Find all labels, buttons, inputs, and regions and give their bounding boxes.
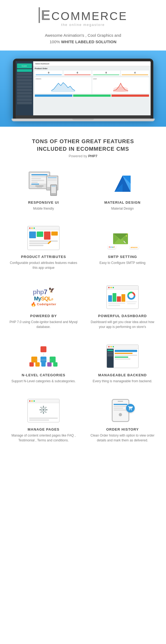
- bar-chart: [108, 291, 125, 302]
- stat-num-1: 0: [36, 71, 62, 74]
- php7-text: php7 🦅: [33, 288, 54, 295]
- right-line-2: [127, 303, 136, 304]
- dash-logo: E-comm: [17, 63, 32, 68]
- features-title-line2: INCLUDED IN ECOMMERCE CMS: [37, 146, 129, 152]
- dash-page-title: Product Order: [35, 68, 149, 69]
- header-subtitle: Awesome Animation's , Cool Graphics and …: [5, 32, 161, 45]
- bar-1: [29, 232, 36, 238]
- tablet-bar-3: [48, 180, 57, 181]
- dashboard-browser-content: [107, 290, 138, 308]
- envelope-svg: ✦ ✦: [112, 229, 133, 247]
- dash-btn-1: [35, 95, 72, 97]
- dash-charts-row: ORDERS USER: [35, 77, 149, 93]
- material-design-svg: [110, 172, 135, 196]
- mock-line-header: [31, 174, 48, 175]
- gmail-badge: Gmail: [108, 245, 116, 249]
- php-stack: php7 🦅 MySQL® 🔥 CodeIgniter: [31, 288, 56, 307]
- phone-content: [51, 186, 56, 187]
- stat-bar-1: [36, 75, 62, 75]
- be-nav-3: [107, 354, 113, 355]
- svg-point-17: [130, 294, 133, 297]
- product-attributes-title: PRODUCT ATTRIBUTES: [9, 255, 78, 259]
- feature-categories: N-LEVEL CATEGORIES Support N-Level categ…: [5, 340, 82, 386]
- dash-btn-3: [111, 95, 149, 97]
- donut-chart: [127, 291, 136, 300]
- browser-titlebar: [28, 226, 59, 230]
- order-history-title: ORDER HISTORY: [89, 427, 157, 431]
- dot-red-4: [29, 400, 31, 402]
- feature-dashboard: POWERFUL DASHBOARD Dashboard will get yo…: [84, 281, 161, 332]
- smtp-desc: Easy to Configure SMTP setting: [89, 260, 157, 265]
- subtitle-percent: 100%: [50, 39, 60, 44]
- tree-root: [40, 346, 46, 352]
- backend-main: [114, 349, 138, 368]
- mock-line-3: [31, 180, 44, 181]
- dash-line-2: [108, 305, 120, 306]
- pages-line-2: [29, 420, 49, 421]
- responsive-ui-icon: [9, 170, 78, 197]
- logo: Ecommerce: [5, 8, 161, 22]
- tablet-content: [47, 177, 57, 181]
- bar-4: [51, 232, 58, 236]
- material-design-desc: Material Design: [89, 206, 157, 211]
- laptop-section: E-comm: [0, 51, 166, 127]
- stat-num-4: 4: [122, 71, 148, 74]
- node-2-2: [40, 357, 46, 363]
- monitor-screen: [30, 173, 49, 185]
- feature-responsive-ui: RESPONSIVE UI Mobile friendly: [5, 167, 82, 214]
- node-3-1: [29, 362, 34, 367]
- sidebar-item-1: [17, 72, 32, 75]
- monitor-stand: [37, 187, 42, 188]
- backend-sidebar: [107, 349, 114, 368]
- smtp-title: SMTP SETTING: [89, 255, 157, 259]
- laptop-base: [16, 115, 151, 119]
- stat-box-1: 0: [35, 71, 63, 76]
- svg-rect-25: [45, 411, 47, 413]
- stat-bar-4: [122, 75, 148, 75]
- users-chart-svg: [93, 80, 148, 92]
- codeigniter-text: 🔥 CodeIgniter: [31, 302, 56, 307]
- be-nav-4: [107, 355, 113, 356]
- features-title-line1: TONS OF OTHER GREAT FEATURES: [32, 138, 134, 144]
- cart-badge: [126, 404, 135, 412]
- manage-pages-title: MANAGE PAGES: [9, 427, 78, 431]
- node-3-2: [35, 362, 40, 367]
- connector-1: [43, 353, 44, 355]
- amazon-badge: amazon: [130, 246, 139, 249]
- feature-order-history: ORDER HISTORY Clean Order history with o…: [84, 394, 161, 445]
- order-history-icon: [89, 397, 157, 424]
- dash-topbar: Admin Dashboard: [33, 61, 151, 66]
- phone-bar-1: [52, 186, 56, 186]
- be-row-1: [115, 353, 133, 354]
- order-line-4: [114, 410, 127, 411]
- laptop-wrapper: E-comm: [13, 59, 153, 121]
- backend-titlebar: [107, 345, 138, 349]
- cart-svg: [128, 406, 133, 411]
- gear-graphic: [29, 404, 58, 416]
- chart-bars: [29, 232, 58, 240]
- sidebar-item-2: [17, 76, 32, 78]
- subtitle-prefix: Powered by: [69, 154, 87, 158]
- node-tree-visual: [29, 346, 57, 367]
- mock-bar-1: [31, 184, 39, 185]
- dash-line-1: [108, 303, 125, 304]
- svg-point-19: [42, 409, 45, 411]
- dash-btn-2: [73, 95, 111, 97]
- dash-left-col: [108, 291, 125, 307]
- node-2-3: [50, 357, 56, 363]
- smtp-icon: ✦ ✦ Gmail amazon: [89, 224, 157, 251]
- dot-green-3: [113, 346, 114, 347]
- stat-num-2: 0: [64, 71, 91, 74]
- content-line-3: [29, 245, 43, 246]
- right-line-1: [126, 301, 137, 302]
- smtp-visual: ✦ ✦ Gmail amazon: [106, 226, 139, 250]
- svg-rect-22: [39, 409, 41, 410]
- node-3-4: [47, 362, 52, 367]
- svg-rect-21: [43, 412, 44, 414]
- dash-browser-titlebar: [107, 286, 138, 290]
- feature-product-attributes: PRODUCT ATTRIBUTES Configurable product …: [5, 222, 82, 273]
- browser-content-area: [28, 230, 59, 247]
- dot-yellow-2: [110, 287, 112, 288]
- dot-red-3: [108, 346, 110, 347]
- stat-num-3: 0: [93, 71, 120, 74]
